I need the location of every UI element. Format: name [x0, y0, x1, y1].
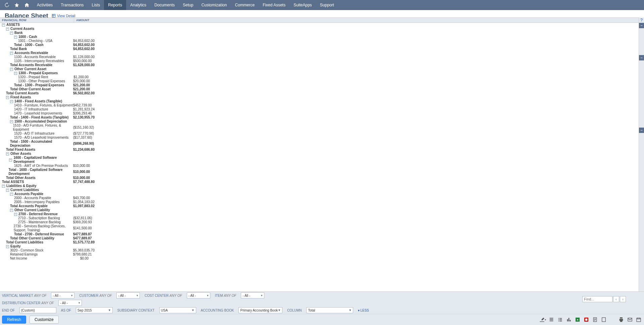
report-scroll[interactable]: FINANCIAL ROW AMOUNT −ASSETS−Current Ass… [0, 17, 639, 21]
home-icon[interactable] [23, 1, 31, 9]
help-icon[interactable]: ? [639, 17, 644, 21]
nav-item-commerce[interactable]: Commerce [231, 0, 259, 10]
side-toggle-handles: ? − − − − [639, 17, 644, 21]
nav-item-activities[interactable]: Activities [33, 0, 57, 10]
nav-item-setup[interactable]: Setup [179, 0, 197, 10]
nav-item-support[interactable]: Support [316, 0, 338, 10]
global-nav: ActivitiesTransactionsListsReportsAnalyt… [0, 0, 644, 10]
svg-rect-0 [52, 14, 55, 17]
nav-item-documents[interactable]: Documents [150, 0, 179, 10]
nav-item-transactions[interactable]: Transactions [57, 0, 88, 10]
nav-item-suiteapps[interactable]: SuiteApps [289, 0, 316, 10]
report-area: FINANCIAL ROW AMOUNT −ASSETS−Current Ass… [0, 17, 644, 21]
nav-item-lists[interactable]: Lists [88, 0, 104, 10]
nav-item-fixed-assets[interactable]: Fixed Assets [259, 0, 289, 10]
col-name-header: FINANCIAL ROW [0, 18, 74, 21]
history-icon[interactable] [3, 1, 11, 9]
nav-item-customization[interactable]: Customization [197, 0, 231, 10]
star-icon[interactable] [13, 1, 21, 9]
nav-item-reports[interactable]: Reports [104, 0, 126, 10]
col-amount-header: AMOUNT [74, 18, 91, 21]
nav-item-analytics[interactable]: Analytics [126, 0, 150, 10]
report-column-header: FINANCIAL ROW AMOUNT [0, 18, 639, 21]
